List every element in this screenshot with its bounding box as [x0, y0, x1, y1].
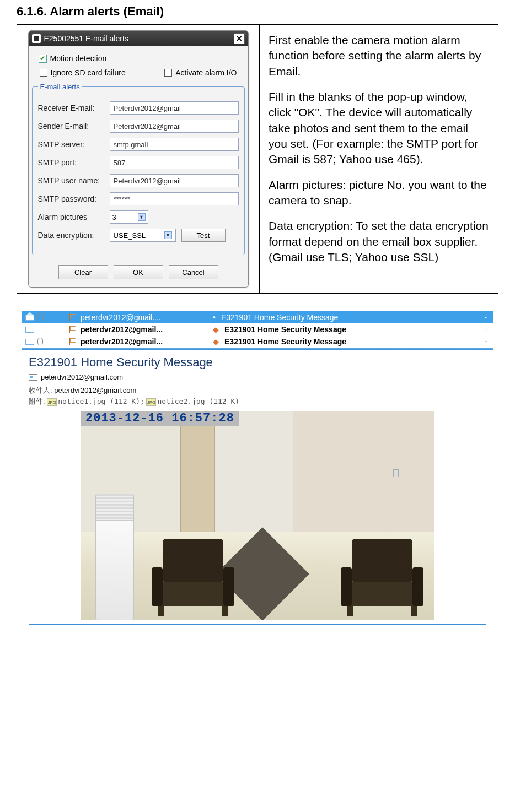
checkbox-checked-icon: [39, 55, 47, 63]
attachment-name[interactable]: notice1.jpg (112 K);: [58, 397, 144, 405]
message-from: peterdvr2012@gmail.com: [29, 373, 486, 381]
motion-detection-checkbox[interactable]: Motion detection: [39, 54, 238, 63]
ignore-sd-checkbox[interactable]: Ignore SD card failure: [40, 68, 126, 77]
receiver-email-input[interactable]: [110, 101, 239, 115]
instruction-paragraph: Fill in the blanks of the pop-up window,…: [269, 89, 489, 167]
dot-icon: ○: [482, 339, 490, 345]
dialog-title: E25002551 E-mail alerts: [44, 34, 128, 43]
smtp-server-input[interactable]: [110, 138, 239, 151]
flag-icon: [69, 338, 75, 345]
activate-io-checkbox[interactable]: Activate alarm I/O: [164, 68, 237, 77]
alarm-pictures-label: Alarm pictures: [38, 213, 110, 221]
instruction-paragraph: Alarm pictures: picture No. you want to …: [269, 177, 489, 209]
jpg-icon: JPG: [146, 398, 156, 406]
ok-button[interactable]: OK: [114, 265, 163, 279]
email-alerts-fieldset: E-mail alerts Receiver E-mail: Sender E-…: [32, 83, 245, 255]
top-panel: E25002551 E-mail alerts ✕ Motion detecti…: [17, 24, 498, 294]
mail-subject: E321901 Home Security Message: [224, 325, 476, 334]
close-button[interactable]: ✕: [234, 33, 245, 44]
alarm-photo: 2013-12-16 16:57:28: [81, 411, 434, 620]
mail-icon: [25, 339, 34, 345]
instruction-paragraph: Data encryption: To set the data encrypt…: [269, 218, 489, 265]
mail-subject: E321901 Home Security Message: [221, 313, 476, 322]
attachment-name[interactable]: notice2.jpg (112 K): [157, 397, 239, 405]
alarm-pictures-value: 3: [112, 213, 116, 221]
fieldset-legend: E-mail alerts: [38, 83, 82, 91]
message-from-text: peterdvr2012@gmail.com: [41, 373, 123, 381]
attach-label: 附件:: [29, 397, 45, 405]
flag-icon: [69, 313, 75, 321]
smtp-password-label: SMTP password:: [38, 194, 110, 203]
mail-list: peterdvr2012@gmail.... • E321901 Home Se…: [22, 311, 493, 348]
camera-icon: [32, 34, 41, 43]
dialog-titlebar: E25002551 E-mail alerts ✕: [29, 31, 248, 46]
email-alerts-dialog: E25002551 E-mail alerts ✕ Motion detecti…: [28, 30, 249, 288]
alarm-pictures-select[interactable]: 3 ▼: [110, 210, 148, 224]
instructions-panel: First enable the camera motion alarm fun…: [260, 25, 498, 293]
cancel-button[interactable]: Cancel: [169, 265, 218, 279]
data-encryption-value: USE_SSL: [114, 231, 146, 240]
mail-open-icon: [25, 315, 34, 321]
chevron-down-icon: ▼: [138, 213, 146, 221]
motion-detection-label: Motion detection: [50, 54, 107, 63]
mail-sender: peterdvr2012@gmail...: [81, 325, 207, 334]
message-body: E321901 Home Security Message peterdvr20…: [22, 350, 493, 629]
smtp-password-input[interactable]: [110, 192, 239, 205]
instruction-paragraph: First enable the camera motion alarm fun…: [269, 33, 489, 79]
dot-icon: •: [213, 313, 216, 322]
clear-button[interactable]: Clear: [58, 265, 108, 279]
email-client-screenshot: peterdvr2012@gmail.... • E321901 Home Se…: [17, 306, 498, 634]
attachment-icon: [37, 338, 43, 345]
flag-icon: [69, 326, 75, 333]
chevron-down-icon: ▼: [164, 231, 172, 239]
mail-sender: peterdvr2012@gmail....: [81, 313, 207, 322]
dot-icon: ○: [482, 327, 490, 333]
message-attachments-row: 附件: JPGnotice1.jpg (112 K); JPGnotice2.j…: [29, 397, 486, 407]
smtp-user-label: SMTP user name:: [38, 176, 110, 185]
checkbox-icon: [164, 69, 172, 77]
contact-card-icon: [29, 374, 37, 381]
dot-icon: •: [482, 315, 490, 321]
message-to: peterdvr2012@gmail.com: [54, 386, 136, 394]
activate-io-label: Activate alarm I/O: [175, 68, 237, 77]
mail-row[interactable]: peterdvr2012@gmail... ◆ E321901 Home Sec…: [22, 335, 493, 348]
dialog-screenshot: E25002551 E-mail alerts ✕ Motion detecti…: [17, 25, 260, 293]
smtp-port-label: SMTP port:: [38, 158, 110, 167]
receiver-email-label: Receiver E-mail:: [38, 104, 110, 112]
section-heading: 6.1.6. Alarm alerts (Email): [17, 4, 498, 19]
mail-subject: E321901 Home Security Message: [224, 337, 476, 346]
diamond-icon: ◆: [213, 325, 219, 334]
data-encryption-select[interactable]: USE_SSL ▼: [110, 229, 176, 242]
smtp-server-label: SMTP server:: [38, 140, 110, 149]
mail-sender: peterdvr2012@gmail...: [81, 337, 207, 346]
mail-row[interactable]: peterdvr2012@gmail.... • E321901 Home Se…: [22, 311, 493, 323]
attachment-icon: [37, 313, 43, 321]
divider: [29, 624, 486, 625]
mail-row[interactable]: peterdvr2012@gmail... ◆ E321901 Home Sec…: [22, 323, 493, 335]
sender-email-input[interactable]: [110, 120, 239, 133]
checkbox-icon: [40, 69, 47, 77]
to-label: 收件人:: [29, 386, 52, 394]
smtp-user-input[interactable]: [110, 174, 239, 187]
mail-icon: [25, 327, 34, 333]
photo-timestamp: 2013-12-16 16:57:28: [81, 411, 239, 426]
smtp-port-input[interactable]: [110, 156, 239, 169]
diamond-icon: ◆: [213, 337, 219, 346]
message-title: E321901 Home Security Message: [29, 355, 486, 370]
sender-email-label: Sender E-mail:: [38, 122, 110, 131]
data-encryption-label: Data encryption:: [38, 231, 110, 240]
ignore-sd-label: Ignore SD card failure: [51, 68, 126, 77]
message-to-row: 收件人: peterdvr2012@gmail.com: [29, 386, 486, 396]
test-button[interactable]: Test: [181, 229, 226, 242]
jpg-icon: JPG: [47, 398, 57, 406]
